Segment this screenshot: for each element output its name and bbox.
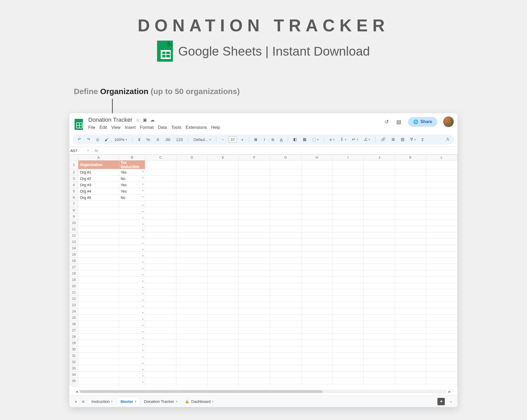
cell-C20[interactable] [145,283,176,289]
cell-A22[interactable] [78,296,119,302]
cell-F5[interactable] [239,188,270,194]
cell-F8[interactable] [239,207,270,213]
name-box[interactable]: A57 [69,147,92,154]
insert-comment-button[interactable]: ⊞ [390,136,397,143]
cell-J23[interactable] [364,302,395,308]
cell-H5[interactable] [301,188,333,194]
cell-L8[interactable] [426,207,457,213]
increase-decimal-button[interactable]: .00 [163,136,172,143]
cell-A30[interactable] [78,346,119,353]
cell-J30[interactable] [364,346,395,353]
all-sheets-button[interactable]: ≡ [80,398,86,405]
horizontal-align-button[interactable]: ≡ [328,136,336,143]
cell-L17[interactable] [426,264,457,270]
cell-J13[interactable] [364,239,395,245]
row-header-8[interactable]: 8 [70,207,78,213]
cell-C4[interactable] [145,182,176,188]
cell-F33[interactable] [239,365,270,372]
cell-F27[interactable] [239,327,270,334]
cell-G28[interactable] [270,334,301,340]
cell-A13[interactable] [78,239,119,245]
cell-B26[interactable] [119,321,145,327]
strikethrough-button[interactable]: S [270,136,276,143]
cell-J4[interactable] [364,182,395,188]
row-header-24[interactable]: 24 [70,308,78,315]
cell-H24[interactable] [301,308,333,315]
cell-F12[interactable] [239,232,270,239]
cell-C27[interactable] [145,327,176,334]
cell-H3[interactable] [301,175,333,182]
cell-H21[interactable] [301,289,333,296]
cell-H26[interactable] [301,321,333,327]
cell-I29[interactable] [333,340,364,346]
cell-H34[interactable] [301,372,333,378]
spreadsheet-grid[interactable]: ABCDEFGHIJKL1OrganizationTax Deductible2… [69,154,457,386]
cell-K20[interactable] [395,283,426,289]
comments-icon[interactable]: ▤ [396,119,402,125]
cell-A28[interactable] [78,334,119,340]
cell-C25[interactable] [145,315,176,321]
cell-J8[interactable] [364,207,395,213]
cell-A10[interactable] [78,220,119,226]
cell-A5[interactable]: Org #4 [78,188,119,194]
cell-A35[interactable] [78,378,119,384]
cell-J14[interactable] [364,245,395,251]
cell-K7[interactable] [395,201,426,207]
cell-F31[interactable] [239,353,270,359]
cell-B2[interactable]: Yes [119,169,145,175]
cell-J32[interactable] [364,359,395,365]
cell-D33[interactable] [176,365,208,372]
cell-C14[interactable] [145,245,176,251]
cell-I1[interactable] [333,160,364,169]
cell-I19[interactable] [333,277,364,283]
cell-J9[interactable] [364,213,395,220]
cell-B9[interactable] [119,213,145,220]
row-header-2[interactable]: 2 [70,169,78,175]
menu-tools[interactable]: Tools [171,125,182,130]
cell-C16[interactable] [145,258,176,264]
cell-D11[interactable] [176,226,208,232]
star-icon[interactable]: ☆ [136,117,140,123]
cell-K4[interactable] [395,182,426,188]
cell-B19[interactable] [119,277,145,283]
cell-E20[interactable] [207,283,239,289]
cell-K29[interactable] [395,340,426,346]
cell-E36[interactable] [207,384,239,387]
italic-button[interactable]: I [261,136,267,143]
cell-J35[interactable] [364,378,395,384]
bold-button[interactable]: B [253,136,259,143]
cell-B28[interactable] [119,334,145,340]
cell-B29[interactable] [119,340,145,346]
row-header-18[interactable]: 18 [70,270,78,277]
cell-H36[interactable] [301,384,333,387]
cell-D34[interactable] [176,372,208,378]
font-dropdown[interactable]: Defaul... [192,136,212,143]
cell-B15[interactable] [119,251,145,258]
cell-D36[interactable] [176,384,208,387]
cell-D24[interactable] [176,308,208,315]
cell-L3[interactable] [426,175,457,182]
cell-C18[interactable] [145,270,176,277]
cell-E15[interactable] [207,251,239,258]
cell-L2[interactable] [426,169,457,175]
cell-D27[interactable] [176,327,208,334]
tab-dropdown-icon[interactable]: ▾ [111,400,113,403]
cell-E25[interactable] [207,315,239,321]
cell-B23[interactable] [119,302,145,308]
cell-C7[interactable] [145,201,176,207]
cell-G35[interactable] [270,378,301,384]
cell-J5[interactable] [364,188,395,194]
cell-K1[interactable] [395,160,426,169]
cell-K22[interactable] [395,296,426,302]
insert-link-button[interactable]: 🔗 [379,136,387,143]
cell-A16[interactable] [78,258,119,264]
cell-K3[interactable] [395,175,426,182]
cell-H2[interactable] [301,169,333,175]
cell-L15[interactable] [426,251,457,258]
row-header-5[interactable]: 5 [70,188,78,194]
cell-G10[interactable] [270,220,301,226]
cell-C36[interactable] [145,384,176,387]
cell-D20[interactable] [176,283,208,289]
menu-file[interactable]: File [88,125,95,130]
cell-D2[interactable] [176,169,208,175]
